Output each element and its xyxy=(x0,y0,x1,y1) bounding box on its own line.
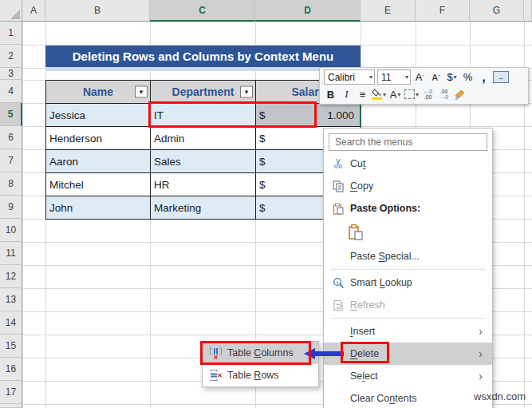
caret-up-icon: ˆ xyxy=(423,73,425,81)
menu-item-smart-lookup[interactable]: Smart Lookup xyxy=(324,271,492,294)
scissors-icon xyxy=(330,158,346,169)
menu-item-clear-contents[interactable]: Clear Contents xyxy=(324,387,492,408)
table-rows-icon xyxy=(207,369,224,382)
table-row: Mitchel HR $ xyxy=(46,173,361,196)
menu-item-label: Cut xyxy=(350,158,365,169)
row-header-2[interactable]: 2 xyxy=(0,45,22,68)
increase-decimal-button[interactable]: .00 →0 xyxy=(437,87,451,102)
menu-item-delete[interactable]: Delete › xyxy=(324,343,492,365)
cell-department[interactable]: Admin xyxy=(151,127,256,150)
cell-department[interactable]: IT xyxy=(151,104,256,127)
cell-name[interactable]: John xyxy=(46,196,151,220)
row-header-9[interactable]: 9 xyxy=(0,196,22,219)
row-header-13[interactable]: 13 xyxy=(0,288,22,311)
row-header-8[interactable]: 8 xyxy=(0,172,22,196)
column-header-d[interactable]: D xyxy=(255,0,361,22)
filter-dropdown-icon[interactable]: ▼ xyxy=(135,86,148,98)
menu-item-paste-special[interactable]: Paste Special... xyxy=(324,245,492,267)
chevron-down-icon: ▾ xyxy=(397,91,400,98)
select-all-corner[interactable] xyxy=(0,0,22,22)
menu-item-insert[interactable]: Insert › xyxy=(324,320,492,343)
font-name-combo[interactable]: Calibri ▾ xyxy=(324,69,375,85)
currency-symbol: $ xyxy=(259,109,266,121)
filter-dropdown-icon[interactable]: ▼ xyxy=(240,86,253,98)
menu-item-select[interactable]: Select › xyxy=(324,365,492,387)
column-header-e[interactable]: E xyxy=(361,0,416,22)
refresh-icon xyxy=(330,299,346,311)
comma-style-button[interactable]: , xyxy=(477,69,491,85)
cell-department[interactable]: Sales xyxy=(151,150,256,173)
italic-button[interactable]: I xyxy=(340,87,353,102)
row-header-1[interactable]: 1 xyxy=(0,22,22,45)
glyph: A xyxy=(432,73,437,82)
percent-style-button[interactable]: % xyxy=(461,69,475,85)
table-header-department[interactable]: Department ▼ xyxy=(151,81,256,104)
annotation-arrow-head-icon xyxy=(304,348,315,359)
search-input[interactable] xyxy=(329,133,487,151)
borders-button[interactable]: ≡ xyxy=(356,87,369,102)
decrease-decimal-button[interactable]: ←0 .00 xyxy=(421,87,435,102)
cell-department[interactable]: Marketing xyxy=(151,196,256,220)
row-header-4[interactable]: 4 xyxy=(0,80,22,103)
table-row: Henderson Admin $ xyxy=(46,127,361,150)
column-header-f[interactable]: F xyxy=(416,0,470,22)
column-header-partial[interactable] xyxy=(524,0,532,22)
row-header-16[interactable]: 16 xyxy=(0,358,22,381)
accounting-format-button[interactable]: $ ▾ xyxy=(445,69,459,85)
font-color-button[interactable]: A ▾ xyxy=(388,87,402,102)
row-header-10[interactable]: 10 xyxy=(0,219,22,242)
row-header-12[interactable]: 12 xyxy=(0,265,22,288)
submenu-item-table-rows[interactable]: Table Rows xyxy=(203,364,318,386)
row-header-17[interactable]: 17 xyxy=(0,381,22,404)
decrease-decimal-icon: ←0 .00 xyxy=(424,89,432,100)
row-header-14[interactable]: 14 xyxy=(0,311,22,335)
table-row: Aaron Sales $ xyxy=(46,150,361,173)
font-name: Calibri xyxy=(328,72,355,83)
salary-value: 1.000 xyxy=(327,109,354,121)
increase-font-size-button[interactable]: Aˆ xyxy=(413,69,427,85)
format-painter-button[interactable] xyxy=(453,87,467,102)
cell-name[interactable]: Jessica xyxy=(46,104,151,127)
row-header-7[interactable]: 7 xyxy=(0,149,22,172)
cell-department[interactable]: HR xyxy=(151,173,256,196)
font-size-combo[interactable]: 11 ▾ xyxy=(377,69,411,85)
cell-salary-selected[interactable]: $ 1.000 xyxy=(256,104,361,127)
menu-item-copy[interactable]: Copy xyxy=(324,175,492,197)
row-header-15[interactable]: 15 xyxy=(0,335,22,358)
menu-item-refresh[interactable]: Refresh xyxy=(324,294,492,316)
row-header-11[interactable]: 11 xyxy=(0,242,22,265)
menu-item-paste[interactable] xyxy=(324,220,492,245)
row-header-5[interactable]: 5 xyxy=(0,103,22,126)
column-header-a[interactable]: A xyxy=(22,0,45,22)
dollar-icon: $ xyxy=(447,71,452,83)
menu-item-label: Paste Options: xyxy=(350,203,420,214)
fill-color-button[interactable]: ▾ xyxy=(372,87,386,102)
submenu-item-table-columns[interactable]: Table Columns xyxy=(203,342,318,364)
menu-item-label: Delete xyxy=(350,348,379,359)
row-header-6[interactable]: 6 xyxy=(0,126,22,149)
caret-down-icon: ˇ xyxy=(438,73,440,81)
cell-name[interactable]: Mitchel xyxy=(46,173,151,196)
bold-button[interactable]: B xyxy=(324,87,337,102)
row-header-3[interactable]: 3 xyxy=(0,68,22,80)
delete-submenu: Table Columns Table Rows xyxy=(202,341,319,387)
glyph: A xyxy=(416,71,423,83)
decrease-font-size-button[interactable]: Aˇ xyxy=(429,69,443,85)
cell-name[interactable]: Henderson xyxy=(46,127,151,150)
autofit-width-button[interactable]: ↔ xyxy=(493,69,509,85)
chevron-down-icon: ▾ xyxy=(405,73,408,81)
row-header-partial[interactable] xyxy=(0,404,22,408)
menu-item-label: Clear Contents xyxy=(350,393,416,404)
menu-item-label: Insert xyxy=(350,326,375,337)
increase-decimal-icon: .00 →0 xyxy=(439,89,448,100)
watermark: wsxdn.com xyxy=(474,390,526,402)
table-header-name[interactable]: Name ▼ xyxy=(46,81,151,104)
column-header-c[interactable]: C xyxy=(150,0,255,22)
column-header-g[interactable]: G xyxy=(470,0,524,22)
menu-item-cut[interactable]: Cut xyxy=(324,153,492,175)
cell-name[interactable]: Aaron xyxy=(46,150,151,173)
border-grid-button[interactable]: ▾ xyxy=(404,87,419,102)
column-header-b[interactable]: B xyxy=(45,0,150,22)
menu-item-label: Select xyxy=(350,370,378,382)
context-menu: Cut Copy Paste Options: Paste Special... xyxy=(323,128,493,408)
